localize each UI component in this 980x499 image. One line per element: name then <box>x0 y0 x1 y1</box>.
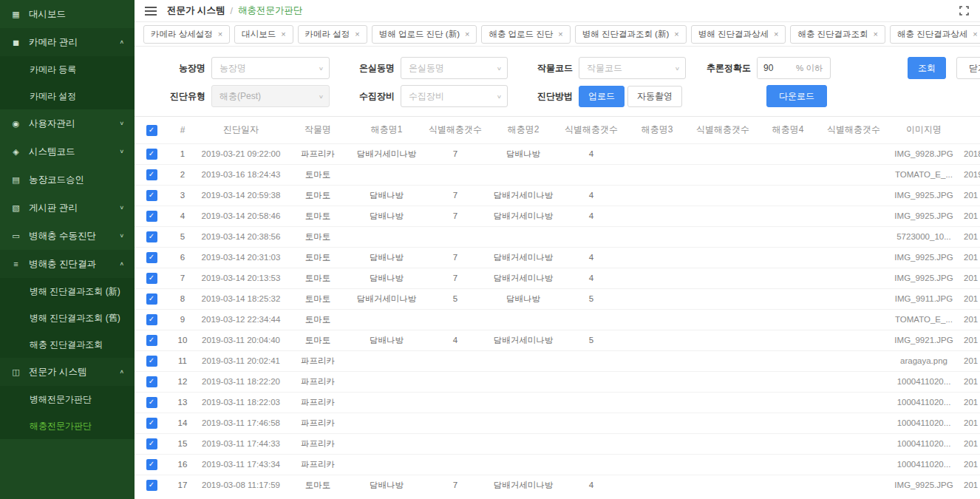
sidebar-group-system-code[interactable]: ◈ 시스템코드 ∨ <box>0 138 135 166</box>
row-checkbox[interactable]: ✓ <box>146 376 157 387</box>
farm-name-input[interactable] <box>211 57 330 79</box>
breadcrumb-separator: / <box>230 6 232 16</box>
table-row: ✓ 6 2019-03-14 20:31:03 토마토 담배나방 7 담배거세미… <box>135 247 980 268</box>
sidebar-group-diagnosis-results[interactable]: ≡ 병해충 진단결과 ∧ <box>0 250 135 278</box>
close-icon[interactable]: × <box>281 30 285 38</box>
check-icon: ✓ <box>149 233 154 240</box>
upload-method-button[interactable]: 업로드 <box>579 86 625 107</box>
cell-pest2 <box>488 433 559 454</box>
cell-pest1: 담배나방 <box>350 330 423 350</box>
dashboard-icon: ▦ <box>10 10 21 19</box>
row-checkbox[interactable]: ✓ <box>146 480 157 491</box>
sidebar-item-farm-code-approval[interactable]: ▤ 농장코드승인 <box>0 166 135 194</box>
row-checkbox[interactable]: ✓ <box>146 397 157 408</box>
crop-code-select: ∨ <box>579 57 686 79</box>
row-checkbox[interactable]: ✓ <box>146 459 157 470</box>
diagnosis-type-value[interactable]: 해충(Pest) <box>211 85 330 107</box>
cell-pest1 <box>350 371 423 392</box>
cell-pest1-count <box>423 164 488 185</box>
cell-diagnosis-date: 2019-03-14 18:25:32 <box>197 288 285 309</box>
check-icon: ✓ <box>149 481 154 489</box>
tab[interactable]: 카메라 상세설정 × <box>143 25 230 44</box>
sidebar-item-disease-expert-judgment[interactable]: 병해전문가판단 <box>0 386 135 413</box>
sidebar-item-dashboard[interactable]: ▦ 대시보드 <box>0 0 135 28</box>
close-icon[interactable]: × <box>355 30 359 38</box>
tab[interactable]: 병해 진단결과조회 (新) × <box>575 25 687 44</box>
close-icon[interactable]: × <box>465 30 469 38</box>
cell-image-name: aragaya.png <box>887 350 961 371</box>
cell-pest2 <box>488 350 559 371</box>
cell-pest3 <box>624 268 690 288</box>
auto-capture-method-button[interactable]: 자동촬영 <box>627 86 682 107</box>
cell-no: 11 <box>169 350 197 371</box>
sidebar-group-camera-management[interactable]: ◼ 카메라 관리 ∧ <box>0 28 135 56</box>
search-button[interactable]: 조회 <box>908 57 946 79</box>
sidebar-item-camera-register[interactable]: 카메라 등록 <box>0 56 135 83</box>
tab[interactable]: 해충 업로드 진단 × <box>481 25 570 44</box>
row-checkbox[interactable]: ✓ <box>146 231 157 242</box>
sidebar-item-disease-result-new[interactable]: 병해 진단결과조회 (新) <box>0 278 135 305</box>
row-checkbox[interactable]: ✓ <box>146 438 157 449</box>
check-icon: ✓ <box>149 440 154 447</box>
tab[interactable]: 해충 진단결과상세 × <box>890 25 980 44</box>
hamburger-menu-icon[interactable] <box>145 7 157 16</box>
row-checkbox[interactable]: ✓ <box>146 335 157 346</box>
cell-reg-date: 201 <box>961 454 980 475</box>
cell-diagnosis-date: 2019-03-11 20:04:40 <box>197 330 285 350</box>
tab[interactable]: 병해 업로드 진단 (新) × <box>372 25 477 44</box>
fullscreen-icon[interactable] <box>959 5 970 16</box>
cell-pest4 <box>755 475 820 495</box>
close-icon[interactable]: × <box>973 30 977 38</box>
check-icon: ✓ <box>149 461 154 468</box>
row-checkbox[interactable]: ✓ <box>146 314 157 325</box>
cell-pest1-count: 7 <box>423 143 488 164</box>
row-checkbox[interactable]: ✓ <box>146 356 157 367</box>
sidebar-group-board-management[interactable]: ▧ 게시판 관리 ∨ <box>0 194 135 222</box>
cell-pest4-count <box>820 309 887 330</box>
sidebar-item-camera-settings[interactable]: 카메라 설정 <box>0 83 135 109</box>
tab[interactable]: 대시보드 × <box>234 25 293 44</box>
close-icon[interactable]: × <box>218 30 222 38</box>
check-icon: ✓ <box>149 212 154 220</box>
cell-pest3 <box>624 350 690 371</box>
close-icon[interactable]: × <box>558 30 562 38</box>
sidebar-item-pest-result[interactable]: 해충 진단결과조회 <box>0 331 135 358</box>
sidebar-group-manual-diagnosis[interactable]: ▭ 병해충 수동진단 ∨ <box>0 222 135 250</box>
cell-pest3-count <box>690 143 755 164</box>
crop-code-input[interactable] <box>579 57 686 79</box>
cell-reg-date: 201 <box>961 226 980 247</box>
row-checkbox[interactable]: ✓ <box>146 418 157 429</box>
cell-pest4 <box>755 454 820 475</box>
tab[interactable]: 카메라 설정 × <box>298 25 367 44</box>
cell-image-name: 1000411020... <box>887 454 961 475</box>
row-checkbox[interactable]: ✓ <box>146 190 157 201</box>
select-all-checkbox[interactable]: ✓ <box>146 125 157 136</box>
row-checkbox[interactable]: ✓ <box>146 211 157 222</box>
close-icon[interactable]: × <box>674 30 678 38</box>
row-checkbox[interactable]: ✓ <box>146 149 157 160</box>
accuracy-input[interactable] <box>758 58 789 78</box>
sidebar-item-disease-result-old[interactable]: 병해 진단결과조회 (舊) <box>0 305 135 331</box>
check-icon: ✓ <box>149 336 154 344</box>
sidebar-group-user-management[interactable]: ◉ 사용자관리 ∨ <box>0 109 135 138</box>
equipment-input[interactable] <box>401 85 508 107</box>
cell-pest3 <box>624 226 690 247</box>
sidebar-group-expert-system[interactable]: ◫ 전문가 시스템 ∧ <box>0 358 135 386</box>
close-icon[interactable]: × <box>874 30 878 38</box>
download-button[interactable]: 다운로드 <box>766 85 827 107</box>
cell-pest3-count <box>690 226 755 247</box>
close-button[interactable]: 닫기 <box>956 57 980 79</box>
cell-pest2-count <box>559 413 624 433</box>
tab[interactable]: 병해 진단결과상세 × <box>691 25 786 44</box>
row-checkbox[interactable]: ✓ <box>146 293 157 305</box>
sidebar-item-pest-expert-judgment[interactable]: 해충전문가판단 <box>0 413 135 439</box>
row-checkbox[interactable]: ✓ <box>146 169 157 180</box>
greenhouse-input[interactable] <box>401 57 508 79</box>
row-checkbox[interactable]: ✓ <box>146 252 157 263</box>
close-icon[interactable]: × <box>774 30 778 38</box>
column-header-pest1-count: 식별해충갯수 <box>423 117 488 143</box>
row-checkbox[interactable]: ✓ <box>146 273 157 284</box>
tab[interactable]: 해충 진단결과조회 × <box>790 25 885 44</box>
farm-code-icon: ▤ <box>10 175 21 185</box>
cell-pest4-count <box>820 475 887 495</box>
